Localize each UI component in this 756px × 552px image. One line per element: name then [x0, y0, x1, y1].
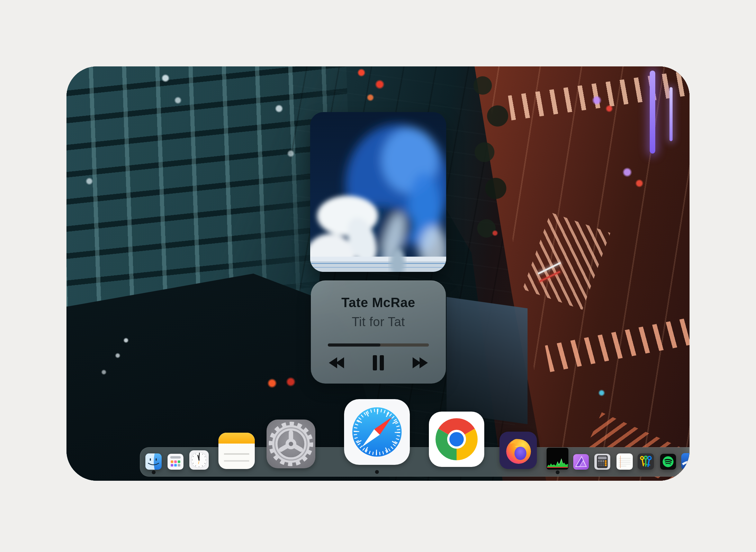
dock-icon-affinity-photo[interactable]: [573, 454, 589, 470]
pause-button[interactable]: [368, 355, 388, 371]
spotify-icon: [660, 454, 676, 470]
gear-icon: [267, 420, 315, 468]
fast-forward-button[interactable]: [410, 355, 430, 371]
dock-icon-chrome[interactable]: [429, 412, 484, 467]
clipped-app-icon: [681, 453, 690, 470]
progress-bar[interactable]: [328, 343, 429, 347]
textedit-icon: [616, 453, 633, 470]
rewind-button[interactable]: [326, 355, 346, 371]
finder-icon: [145, 453, 162, 470]
progress-fill: [328, 343, 380, 347]
desktop-screen: Tate McRae Tit for Tat: [66, 66, 690, 481]
artist-name: Tate McRae: [341, 295, 415, 310]
affinity-photo-icon: [573, 454, 589, 470]
dock-icon-passwords[interactable]: [638, 453, 654, 470]
dock-icon-clipped-app[interactable]: [681, 453, 690, 470]
track-title: Tit for Tat: [352, 314, 405, 330]
dock-icon-system-settings[interactable]: [267, 420, 315, 468]
firefox-icon: [500, 432, 537, 469]
keys-icon: [638, 453, 654, 470]
music-player-widget: Tate McRae Tit for Tat: [311, 280, 446, 384]
dock-icon-spotify[interactable]: [660, 454, 676, 470]
calculator-icon: [594, 454, 610, 470]
dock-icon-textedit[interactable]: [616, 453, 633, 470]
notes-icon: [218, 433, 255, 469]
dock-icon-safari[interactable]: [344, 399, 410, 465]
running-indicator-dot: [556, 470, 559, 474]
launchpad-icon: [168, 454, 183, 470]
playback-controls: [326, 355, 430, 371]
clock-icon: [189, 450, 209, 470]
album-art-image: [310, 112, 446, 272]
dock-icon-firefox[interactable]: [500, 432, 537, 469]
dock-icon-calculator[interactable]: [594, 454, 610, 470]
pause-icon: [372, 355, 385, 370]
running-indicator-dot: [375, 470, 379, 474]
activity-graph-icon: [547, 448, 568, 470]
chrome-icon: [429, 412, 484, 467]
album-art[interactable]: [310, 112, 446, 272]
dock-icon-stats[interactable]: [547, 448, 568, 470]
dock-icon-notes[interactable]: [218, 433, 255, 469]
dock-icon-finder[interactable]: [145, 453, 162, 470]
safari-compass-icon: [344, 399, 410, 465]
dock-icon-clock[interactable]: [189, 450, 209, 470]
dock-icon-launchpad[interactable]: [168, 454, 183, 470]
rewind-icon: [328, 357, 344, 369]
running-indicator-dot: [152, 470, 155, 474]
fast-forward-icon: [412, 357, 428, 369]
